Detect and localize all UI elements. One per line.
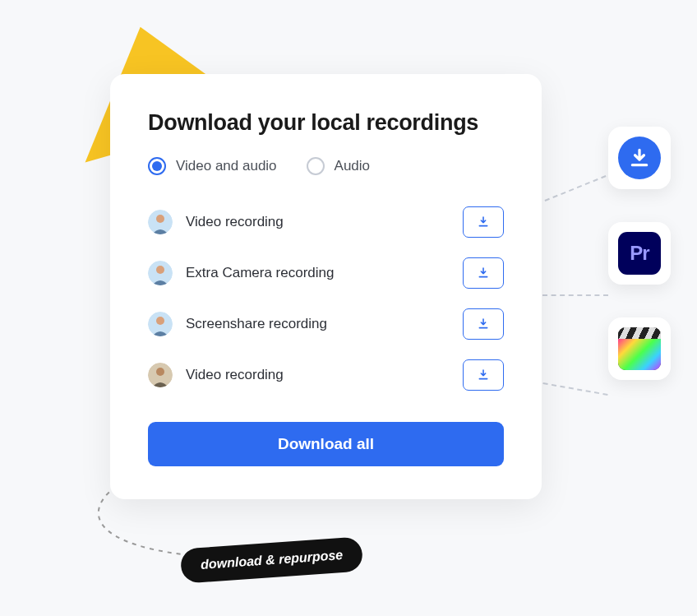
radio-label: Audio: [335, 158, 370, 174]
recording-label: Screenshare recording: [186, 316, 327, 332]
avatar: [148, 312, 173, 336]
download-button[interactable]: [463, 257, 504, 289]
download-button[interactable]: [463, 359, 504, 391]
premiere-pro-icon: Pr: [618, 232, 661, 275]
connector-line: [545, 175, 607, 201]
recording-label: Video recording: [186, 214, 284, 230]
card-title: Download your local recordings: [148, 110, 504, 136]
svg-point-1: [156, 215, 164, 223]
final-cut-pro-icon: [618, 327, 661, 370]
connector-line: [542, 382, 607, 396]
recording-row: Video recording: [148, 359, 504, 391]
radio-indicator: [148, 157, 166, 175]
avatar: [148, 363, 173, 387]
callout-pill: download & repurpose: [180, 536, 364, 583]
svg-point-5: [156, 317, 164, 325]
svg-point-3: [156, 266, 164, 274]
badge-final-cut-pro: [608, 317, 671, 380]
download-icon: [477, 266, 490, 280]
connector-line: [542, 294, 608, 296]
recording-label: Extra Camera recording: [186, 265, 334, 281]
export-targets: Pr: [608, 127, 671, 380]
download-icon: [629, 147, 650, 169]
download-card: Download your local recordings Video and…: [110, 74, 542, 499]
download-button[interactable]: [463, 308, 504, 340]
recording-row: Extra Camera recording: [148, 257, 504, 289]
avatar: [148, 261, 173, 285]
radio-audio[interactable]: Audio: [307, 157, 370, 175]
badge-download: [608, 127, 671, 189]
badge-premiere-pro: Pr: [608, 222, 671, 285]
download-button[interactable]: [463, 206, 504, 238]
recording-row: Screenshare recording: [148, 308, 504, 340]
recording-label: Video recording: [186, 367, 284, 383]
format-radio-group: Video and audio Audio: [148, 157, 504, 175]
download-all-button[interactable]: Download all: [148, 422, 504, 466]
radio-indicator: [307, 157, 325, 175]
download-icon: [477, 368, 490, 382]
download-icon: [477, 215, 490, 229]
radio-label: Video and audio: [176, 158, 277, 174]
download-icon: [477, 317, 490, 331]
radio-video-and-audio[interactable]: Video and audio: [148, 157, 277, 175]
svg-point-7: [156, 368, 164, 376]
recording-row: Video recording: [148, 206, 504, 238]
avatar: [148, 210, 173, 234]
